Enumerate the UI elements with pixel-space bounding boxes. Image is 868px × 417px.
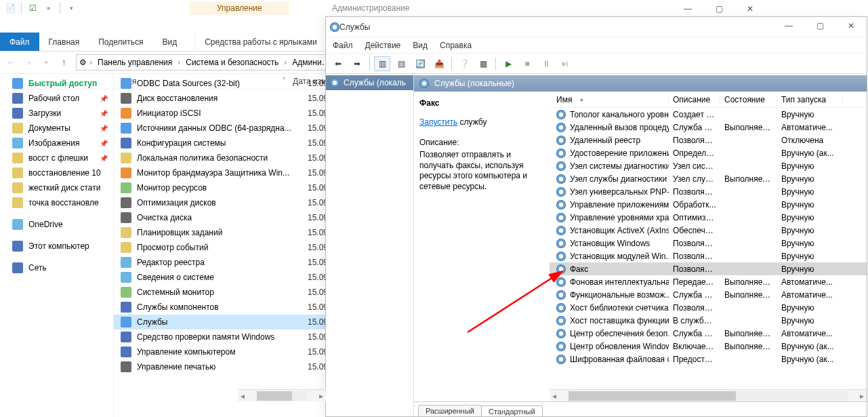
tab-standard[interactable]: Стандартный	[481, 405, 543, 416]
tb-help-icon[interactable]: ❔	[456, 56, 472, 71]
qat-new-icon[interactable]: ▫	[41, 1, 56, 15]
svc-desc: В службе ...	[669, 316, 720, 325]
scroll-thumb[interactable]	[569, 391, 736, 401]
service-row[interactable]: Узел универсальных PNP-... Позволяет... …	[550, 185, 867, 198]
file-icon	[121, 153, 131, 163]
maximize-button[interactable]: ▢	[703, 0, 735, 18]
service-row[interactable]: Установщик ActiveX (AxIns... Обеспечи...…	[550, 224, 867, 237]
nav-label: жесткий диск стати	[28, 183, 100, 193]
svc-name: Центр обеспечения безоп...	[570, 329, 669, 338]
tab-shortcut-tools[interactable]: Средства работы с ярлыками	[194, 33, 327, 51]
nav-item[interactable]: восст с флешки 📌	[0, 151, 113, 165]
nav-item[interactable]: Этот компьютер	[0, 239, 113, 254]
service-row[interactable]: Шифрованная файловая с... Предостав... В…	[550, 353, 867, 365]
nav-item[interactable]: Документы 📌	[0, 121, 113, 136]
qat-properties-icon[interactable]: 📄	[3, 1, 18, 15]
service-row[interactable]: Функциональные возмож... Служба ф... Вып…	[550, 288, 867, 301]
file-icon	[121, 197, 131, 208]
nav-item[interactable]: жесткий диск стати	[0, 180, 113, 195]
svc-close-button[interactable]: ✕	[835, 17, 867, 35]
file-tab[interactable]: Файл	[0, 33, 39, 51]
nav-item[interactable]: точка восстановле	[0, 195, 113, 210]
tab-view[interactable]: Вид	[152, 33, 186, 51]
tb-back-icon[interactable]: ⬅	[330, 56, 346, 71]
services-menu: Файл Действие Вид Справка	[326, 37, 867, 54]
svc-desc: Включает ...	[669, 342, 720, 351]
service-row[interactable]: Тополог канального уровня Создает ка... …	[550, 108, 867, 121]
tb-refresh-icon[interactable]: 🔄	[412, 56, 428, 71]
tb-prop-icon[interactable]: ▦	[475, 56, 491, 71]
nav-item[interactable]: Рабочий стол 📌	[0, 91, 113, 106]
service-row[interactable]: Установщик Windows Позволяет... Вручную	[550, 237, 867, 250]
breadcrumb-seg[interactable]: Система и безопасность	[183, 58, 281, 67]
tb-list-icon[interactable]: ▤	[393, 56, 409, 71]
service-row[interactable]: Удостоверение приложения Определя... Вру…	[550, 146, 867, 159]
service-row[interactable]: Установщик модулей Win... Позволяет... В…	[550, 250, 867, 262]
nav-item[interactable]: OneDrive	[0, 217, 113, 232]
scroll-right-icon[interactable]: ▸	[857, 391, 867, 401]
svc-minimize-button[interactable]: —	[773, 17, 804, 35]
nav-up-icon[interactable]: ↑	[56, 54, 72, 71]
nav-fwd-icon[interactable]: →	[20, 54, 37, 71]
service-row[interactable]: Хост библиотеки счетчика... Позволяет...…	[550, 301, 867, 314]
service-row[interactable]: Факс Позволяет... Вручную	[550, 262, 867, 275]
service-row[interactable]: Центр обновления Windows Включает ... Вы…	[550, 340, 867, 353]
svc-maximize-button[interactable]: ▢	[804, 17, 835, 35]
nav-item[interactable]: Загрузки 📌	[0, 106, 113, 121]
service-row[interactable]: Хост поставщика функции... В службе ... …	[550, 314, 867, 327]
qat-check-icon[interactable]: ☑	[25, 1, 40, 15]
tb-pause-icon[interactable]: ⏸	[538, 56, 554, 71]
tab-share[interactable]: Поделиться	[89, 33, 152, 51]
col-desc[interactable]: Описание	[669, 95, 720, 104]
nav-item[interactable]: Быстрый доступ	[0, 76, 113, 91]
service-row[interactable]: Управление уровнями хра... Оптимизи... В…	[550, 211, 867, 224]
folder-icon	[12, 123, 23, 134]
nav-recent-icon[interactable]: ▾	[38, 54, 54, 71]
tb-export-icon[interactable]: 📤	[431, 56, 447, 71]
service-row[interactable]: Узел службы диагностики Узел служ... Вып…	[550, 172, 867, 185]
start-service-link[interactable]: Запустить	[419, 117, 457, 127]
service-row[interactable]: Удаленный вызов процеду... Служба R... В…	[550, 121, 867, 134]
nav-item[interactable]: восстановление 10	[0, 165, 113, 180]
tab-extended[interactable]: Расширенный	[418, 405, 482, 416]
tb-detail-icon[interactable]: ▥	[374, 56, 390, 71]
menu-file[interactable]: Файл	[333, 41, 353, 50]
tb-stop-icon[interactable]: ■	[519, 56, 535, 71]
nav-item[interactable]: Изображения 📌	[0, 136, 113, 151]
services-title: Службы	[339, 22, 370, 32]
close-button[interactable]: ✕	[735, 0, 766, 18]
pin-icon: 📌	[100, 95, 108, 102]
gear-icon	[556, 187, 566, 197]
nav-back-icon[interactable]: ←	[3, 54, 19, 71]
menu-help[interactable]: Справка	[440, 41, 472, 50]
tb-start-icon[interactable]: ▶	[500, 56, 516, 71]
svc-state: Выполняется	[720, 290, 777, 300]
col-name[interactable]: Имя	[552, 95, 669, 104]
file-icon	[121, 317, 131, 327]
services-titlebar[interactable]: Службы — ▢ ✕	[326, 17, 867, 37]
service-row[interactable]: Центр обеспечения безоп... Служба W... В…	[550, 327, 867, 340]
tab-home[interactable]: Главная	[39, 33, 89, 51]
col-start[interactable]: Тип запуска	[777, 95, 842, 104]
gear-icon	[556, 123, 566, 132]
service-row[interactable]: Фоновая интеллектуальна... Передает ... …	[550, 275, 867, 288]
tree-node-services-local[interactable]: Службы (локаль	[326, 75, 413, 90]
menu-action[interactable]: Действие	[365, 41, 401, 50]
menu-view[interactable]: Вид	[413, 41, 428, 50]
col-state[interactable]: Состояние	[720, 95, 777, 104]
qat-dropdown-icon[interactable]: ▾	[64, 1, 79, 15]
service-row[interactable]: Узел системы диагностики Узел систе... В…	[550, 159, 867, 172]
pin-icon: 📌	[100, 125, 108, 132]
service-row[interactable]: Удаленный реестр Позволяет... Отключена	[550, 134, 867, 146]
folder-icon	[12, 167, 23, 178]
svc-desc: Узел служ...	[669, 174, 720, 184]
tb-fwd-icon[interactable]: ➡	[349, 56, 365, 71]
tb-restart-icon[interactable]: ⏯	[557, 56, 573, 71]
minimize-button[interactable]: —	[672, 0, 703, 18]
pin-icon: 📌	[100, 155, 108, 162]
horizontal-scrollbar[interactable]: ◂ ▸	[550, 389, 867, 401]
service-row[interactable]: Управление приложениями Обработк... Вруч…	[550, 198, 867, 211]
nav-item[interactable]: Сеть	[0, 260, 113, 275]
scroll-left-icon[interactable]: ◂	[550, 391, 559, 401]
breadcrumb-seg[interactable]: Панель управления	[95, 58, 175, 67]
